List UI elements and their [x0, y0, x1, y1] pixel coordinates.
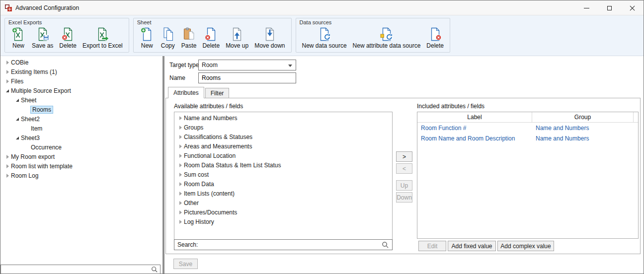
move-attribute-up-button[interactable]: Up [396, 180, 412, 191]
table-header: Label Group [417, 112, 638, 123]
chevron-collapsed-icon[interactable] [177, 218, 184, 225]
move-attribute-down-button[interactable]: Down [396, 192, 412, 203]
attribute-group-groups[interactable]: Groups [174, 123, 392, 132]
attribute-group-pictures-documents[interactable]: Pictures/Documents [174, 207, 392, 217]
tree-item-room-list-with-template[interactable]: Room list with template [0, 161, 162, 171]
chevron-collapsed-icon[interactable] [4, 172, 11, 179]
add-complex-value-button[interactable]: Add complex value [497, 241, 554, 251]
export-to-excel-button[interactable]: Export to Excel [80, 26, 126, 50]
tree-item-sheet3[interactable]: Sheet3 [0, 133, 162, 142]
attribute-group-room-data-status[interactable]: Room Data Status & Item List Status [174, 160, 392, 170]
chevron-collapsed-icon[interactable] [4, 153, 11, 160]
included-attributes-title: Included attributes / fields [417, 103, 484, 110]
sheet-new-button[interactable]: New [137, 26, 158, 50]
chevron-collapsed-icon[interactable] [177, 134, 184, 140]
tree-item-rooms-selected[interactable]: Rooms [0, 105, 162, 114]
sheet-paste-button[interactable]: Paste [178, 26, 200, 50]
maximize-button[interactable] [598, 0, 621, 15]
sheet-copy-button[interactable]: Copy [158, 26, 178, 50]
available-attributes-title: Available attributes / fields [174, 103, 243, 110]
save-as-icon [35, 27, 50, 42]
remove-attribute-button[interactable]: < [396, 163, 412, 174]
new-data-source-button[interactable]: New data source [299, 26, 350, 50]
chevron-collapsed-icon[interactable] [177, 124, 184, 131]
attribute-group-room-data[interactable]: Room Data [174, 179, 392, 189]
attribute-group-sum-cost[interactable]: Sum cost [174, 170, 392, 179]
chevron-expanded-icon[interactable] [14, 97, 21, 104]
edit-button[interactable]: Edit [418, 241, 446, 251]
close-button[interactable] [621, 0, 644, 15]
minimize-button[interactable] [575, 0, 598, 15]
attributes-search-input[interactable] [200, 241, 380, 248]
move-down-button[interactable]: Move down [251, 26, 288, 50]
chevron-collapsed-icon[interactable] [4, 59, 11, 66]
attribute-group-item-lists[interactable]: Item Lists (content) [174, 189, 392, 198]
save-button[interactable]: Save [173, 259, 198, 269]
attribute-group-classifications[interactable]: Classifications & Statuses [174, 132, 392, 141]
excel-new-button[interactable]: New [8, 26, 29, 50]
target-type-dropdown[interactable]: Room [198, 60, 296, 70]
attribute-group-log-history[interactable]: Log History [174, 217, 392, 226]
column-header-label: Label [417, 112, 532, 122]
chevron-collapsed-icon[interactable] [4, 78, 11, 85]
table-row[interactable]: Room Function # Name and Numbers [417, 123, 638, 133]
move-up-button[interactable]: Move up [223, 26, 251, 50]
tree-item-multiple-source-export[interactable]: Multiple Source Export [0, 86, 162, 95]
sheet-delete-button[interactable]: Delete [199, 26, 223, 50]
data-source-delete-button[interactable]: Delete [423, 26, 447, 50]
tree-item-room-log[interactable]: Room Log [0, 171, 162, 180]
new-sheet-icon [140, 27, 155, 42]
chevron-collapsed-icon[interactable] [177, 190, 184, 197]
copy-icon [161, 27, 175, 42]
tree-item-sheet2[interactable]: Sheet2 [0, 114, 162, 124]
name-input[interactable] [198, 72, 296, 83]
add-fixed-value-button[interactable]: Add fixed value [448, 241, 496, 251]
chevron-collapsed-icon[interactable] [177, 171, 184, 178]
chevron-collapsed-icon[interactable] [177, 115, 184, 122]
search-label: Search: [177, 241, 198, 248]
included-attributes-table: Label Group Room Function # Name and Num… [417, 112, 639, 239]
tab-attributes[interactable]: Attributes [168, 87, 204, 98]
excel-save-as-button[interactable]: Save as [29, 26, 56, 50]
group-label: Data sources [300, 19, 332, 25]
new-attribute-data-source-icon [379, 27, 394, 42]
chevron-collapsed-icon[interactable] [177, 152, 184, 159]
chevron-collapsed-icon[interactable] [177, 200, 184, 206]
tab-filter[interactable]: Filter [205, 88, 230, 98]
app-icon [4, 4, 12, 12]
advanced-configuration-window: Advanced Configuration Excel Exports New [0, 0, 644, 274]
export-to-excel-icon [95, 27, 110, 42]
delete-icon [61, 27, 76, 42]
tree-item-my-room-export[interactable]: My Room export [0, 152, 162, 161]
chevron-expanded-icon[interactable] [14, 135, 21, 141]
sidebar-search-input[interactable] [3, 266, 149, 273]
tree-item-sheet[interactable]: Sheet [0, 95, 162, 105]
chevron-collapsed-icon[interactable] [177, 181, 184, 188]
toolbar-group-sheet: Sheet New Copy [133, 18, 292, 53]
excel-delete-button[interactable]: Delete [56, 26, 80, 50]
new-attribute-data-source-button[interactable]: New attribute data source [350, 26, 424, 50]
add-attribute-button[interactable]: > [396, 151, 412, 162]
available-attributes-list: Name and Numbers Groups Classifications … [174, 112, 393, 240]
chevron-collapsed-icon[interactable] [177, 162, 184, 169]
tree-item-item[interactable]: Item [0, 124, 162, 133]
tree-item-files[interactable]: Files [0, 76, 162, 86]
tree-item-occurrence[interactable]: Occurrence [0, 142, 162, 152]
chevron-collapsed-icon[interactable] [4, 163, 11, 170]
group-label: Excel Exports [8, 19, 42, 25]
chevron-expanded-icon[interactable] [14, 116, 21, 123]
attribute-group-functional-location[interactable]: Functional Location [174, 151, 392, 160]
table-row[interactable]: Room Name and Room Description Name and … [417, 133, 638, 143]
chevron-collapsed-icon[interactable] [177, 209, 184, 216]
sidebar-tree: COBie Existing Items (1) Files Multiple … [0, 56, 162, 274]
toolbar: Excel Exports New Save as [0, 15, 644, 56]
attribute-group-other[interactable]: Other [174, 198, 392, 207]
chevron-collapsed-icon[interactable] [4, 68, 11, 75]
tree-item-cobie[interactable]: COBie [0, 58, 162, 67]
attribute-group-areas[interactable]: Areas and Measurements [174, 141, 392, 151]
tree-item-existing-items[interactable]: Existing Items (1) [0, 67, 162, 76]
chevron-collapsed-icon[interactable] [177, 143, 184, 150]
chevron-expanded-icon[interactable] [4, 87, 11, 94]
main-panel: Target type Room Name Attributes Filter … [164, 56, 644, 274]
attribute-group-name-and-numbers[interactable]: Name and Numbers [174, 113, 392, 123]
